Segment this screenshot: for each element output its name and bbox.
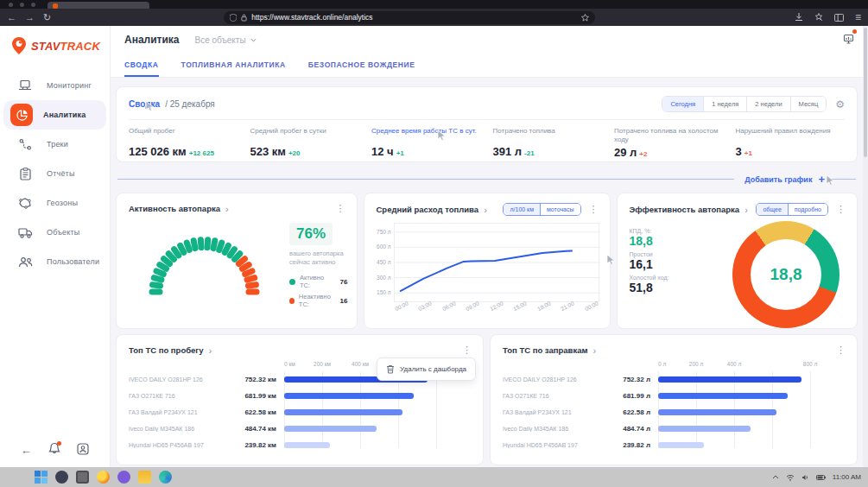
- y-axis-tick: 150 л: [377, 289, 390, 295]
- unit-motohours-button[interactable]: моточасы: [541, 204, 580, 215]
- sidebar-item-tracks[interactable]: Треки: [0, 130, 110, 159]
- shield-icon: [230, 14, 237, 22]
- tab-safe-driving[interactable]: БЕЗОПАСНОЕ ВОЖДЕНИЕ: [308, 60, 415, 77]
- sidebar-panel-icon[interactable]: [834, 14, 844, 22]
- search-icon[interactable]: [55, 471, 68, 484]
- os-taskbar: 11:00 AM: [0, 467, 868, 487]
- vehicle-name: Hyundai HD65 Р456АВ 197: [503, 442, 605, 448]
- stat-total-mileage: Общий пробег 125 026 км+12 625: [129, 127, 238, 159]
- kebab-menu-icon[interactable]: ⋮: [459, 345, 474, 356]
- vehicle-value: 622.58 л: [605, 408, 658, 416]
- open-chart-chevron[interactable]: ›: [744, 205, 748, 215]
- gauge-segment-active: [149, 289, 163, 295]
- vehicle-bar-row: ГАЗ Валдай Р234УХ 121622.58 км: [129, 404, 474, 421]
- summary-title-link[interactable]: Сводка: [129, 99, 160, 109]
- mode-detailed-button[interactable]: подробно: [789, 204, 827, 215]
- sidebar-item-monitoring[interactable]: Мониторинг: [0, 71, 110, 100]
- summary-card: Сводка / 25 декабря Сегодня 1 неделя 2 н…: [116, 86, 858, 162]
- tray-chevron-up-icon[interactable]: [772, 475, 779, 479]
- tab-fuel-analytics[interactable]: ТОПЛИВНАЯ АНАЛИТИКА: [181, 60, 286, 77]
- window-controls[interactable]: [9, 3, 35, 7]
- legend-dot-active: [289, 279, 295, 285]
- stat-idle-fuel: Потрачено топлива на холостом ходу 29 л+…: [614, 127, 724, 159]
- bookmark-star-icon[interactable]: [581, 14, 589, 22]
- task-view-icon[interactable]: [76, 471, 89, 484]
- bar-axis-tick: 200 км: [314, 361, 331, 367]
- start-button-icon[interactable]: [35, 471, 48, 484]
- kebab-menu-icon[interactable]: ⋮: [833, 204, 848, 215]
- back-button[interactable]: ←: [7, 13, 16, 22]
- kebab-menu-icon[interactable]: ⋮: [833, 345, 848, 356]
- bar-axis-tick: 0 л: [658, 361, 666, 367]
- range-1week-button[interactable]: 1 неделя: [704, 97, 747, 111]
- analytics-tabs: СВОДКА ТОПЛИВНАЯ АНАЛИТИКА БЕЗОПАСНОЕ ВО…: [111, 54, 868, 78]
- bar-axis-tick: 200 л: [689, 361, 703, 367]
- range-month-button[interactable]: Месяц: [791, 97, 827, 111]
- open-chart-chevron[interactable]: ›: [484, 205, 487, 215]
- x-axis-tick: 00:00: [394, 300, 409, 312]
- open-chart-chevron[interactable]: ›: [225, 204, 229, 214]
- efficiency-mode-toggle: общее подробно: [756, 203, 828, 216]
- bar-fill: [284, 393, 414, 399]
- notifications-bell-icon[interactable]: [48, 442, 60, 459]
- add-chart-divider: Добавить график +: [117, 173, 856, 186]
- people-app-icon[interactable]: [117, 471, 130, 484]
- sidebar-item-reports[interactable]: Отчёты: [0, 159, 110, 188]
- kebab-menu-icon[interactable]: ⋮: [586, 204, 601, 215]
- monitoring-icon: [18, 79, 32, 92]
- vehicle-name: IVECO DAILY О281НР 126: [129, 376, 231, 383]
- firefox-icon[interactable]: [97, 471, 110, 484]
- file-explorer-icon[interactable]: [138, 471, 151, 484]
- vehicle-name: Iveco Daily М345АК 186: [503, 426, 605, 432]
- top-mileage-card: Топ ТС по пробегу › ⋮ Удалить с дашборда…: [116, 334, 484, 465]
- settings-gear-icon[interactable]: ⚙: [835, 98, 845, 111]
- page-scrollbar[interactable]: [863, 26, 868, 467]
- battery-icon[interactable]: [816, 475, 826, 480]
- downloads-icon[interactable]: [795, 13, 803, 22]
- bar-axis-tick: 400 км: [352, 361, 369, 367]
- x-axis-tick: 00:00: [584, 300, 599, 312]
- unit-l100km-button[interactable]: л/100 км: [504, 204, 541, 215]
- tab-summary[interactable]: СВОДКА: [124, 60, 159, 77]
- open-chart-chevron[interactable]: ›: [592, 345, 596, 356]
- url-bar[interactable]: https://www.stavtrack.online/analytics: [224, 11, 595, 24]
- avg-fuel-line-chart: 750 л600 л450 л300 л150 л 00:0003:0006:0…: [364, 216, 610, 316]
- forward-button[interactable]: →: [25, 13, 35, 22]
- open-chart-chevron[interactable]: ›: [209, 345, 212, 356]
- browser-tab[interactable]: [48, 2, 149, 9]
- sidebar-item-users[interactable]: Пользователи: [0, 247, 110, 276]
- volume-icon[interactable]: [801, 474, 809, 481]
- sidebar-item-objects[interactable]: Объекты: [0, 218, 110, 247]
- sidebar-item-geozones[interactable]: Геозоны: [0, 188, 110, 218]
- menu-icon[interactable]: ≡: [855, 12, 861, 22]
- y-axis-tick: 600 л: [377, 244, 390, 250]
- vehicle-value: 484.74 л: [605, 425, 658, 433]
- object-scope-dropdown[interactable]: Все объекты: [195, 35, 257, 45]
- whats-new-icon[interactable]: [843, 32, 854, 47]
- wifi-icon[interactable]: [786, 474, 795, 481]
- reload-button[interactable]: ↻: [43, 13, 51, 22]
- delete-from-dashboard-menu-item[interactable]: Удалить с дашборда: [377, 357, 476, 381]
- edge-browser-icon[interactable]: [159, 471, 172, 484]
- mode-general-button[interactable]: общее: [757, 204, 788, 215]
- kebab-menu-icon[interactable]: ⋮: [333, 203, 348, 214]
- x-axis-tick: 21:00: [560, 300, 575, 312]
- bar-fill: [658, 426, 751, 432]
- screen: ← → ↻ https://www.stavtrack.online/analy…: [0, 0, 868, 487]
- collapse-sidebar-icon[interactable]: ←: [21, 444, 32, 457]
- y-axis-tick: 450 л: [377, 259, 390, 265]
- vehicle-bar-row: ГАЗ О271КЕ 716681.99 км: [129, 388, 474, 404]
- scrollbar-thumb[interactable]: [864, 28, 867, 157]
- range-today-button[interactable]: Сегодня: [662, 97, 704, 111]
- add-chart-plus-icon[interactable]: +: [818, 173, 825, 186]
- account-icon[interactable]: [77, 443, 89, 459]
- range-2weeks-button[interactable]: 2 недели: [747, 97, 790, 111]
- sidebar-item-analytics[interactable]: Аналитика: [3, 100, 106, 130]
- logo-pin-icon: [10, 36, 28, 55]
- fleet-activity-card: Активность автопарка › ⋮ 76% вашего авто…: [116, 193, 358, 329]
- add-chart-button[interactable]: Добавить график: [744, 175, 812, 184]
- taskbar-clock[interactable]: 11:00 AM: [833, 473, 861, 481]
- extensions-icon[interactable]: [814, 13, 823, 22]
- stat-avg-work-time: Среднее время работы ТС в сут. 12 ч+1: [371, 127, 481, 159]
- vehicle-name: Iveco Daily М345АК 186: [129, 426, 231, 432]
